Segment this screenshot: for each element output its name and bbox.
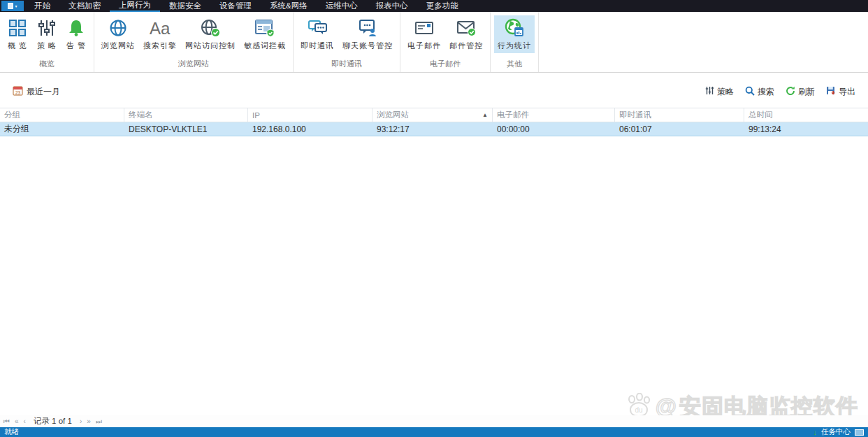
chat-user-icon	[357, 18, 378, 38]
export-icon	[826, 86, 836, 98]
browse-websites-label: 浏览网站	[101, 41, 135, 51]
tab-data-security[interactable]: 数据安全	[160, 0, 210, 12]
date-range-selector[interactable]: 23 最近一月	[13, 85, 60, 98]
prev-page-button[interactable]: ‹	[24, 418, 26, 425]
policy-sliders-icon	[37, 18, 57, 38]
tab-more-functions[interactable]: 更多功能	[417, 0, 468, 12]
ribbon: 概 览 策 略 告 警 概览	[0, 12, 868, 73]
search-action-label: 搜索	[758, 86, 774, 98]
export-action-button[interactable]: 导出	[826, 86, 855, 98]
search-engine-button[interactable]: Aa 搜索引擎	[140, 15, 180, 53]
cell-email-time: 00:00:00	[493, 122, 615, 136]
svg-text:Aa: Aa	[150, 19, 171, 38]
cell-total-time: 99:13:24	[744, 122, 868, 136]
globe-icon	[108, 18, 128, 38]
policy-button[interactable]: 策 略	[33, 15, 61, 53]
search-icon	[745, 86, 755, 98]
cell-web-time: 93:12:17	[372, 122, 493, 136]
app-window: ▾ 开始 文档加密 上网行为 数据安全 设备管理 系统&网络 运维中心 报表中心…	[0, 0, 868, 437]
sort-asc-icon: ▲	[482, 112, 488, 118]
chat-bubbles-icon	[307, 18, 328, 38]
search-engine-label: 搜索引擎	[143, 41, 177, 51]
calendar-icon: 23	[13, 85, 23, 98]
cell-ip: 192.168.0.100	[248, 122, 372, 136]
email-control-button[interactable]: 邮件管控	[446, 15, 486, 53]
app-menu-button[interactable]: ▾	[1, 1, 24, 11]
chat-account-control-button[interactable]: 聊天账号管控	[339, 15, 396, 53]
export-action-label: 导出	[839, 86, 855, 98]
globe-stats-icon	[504, 18, 525, 38]
column-header-terminal[interactable]: 终端名	[124, 108, 248, 122]
search-engine-aa-icon: Aa	[148, 18, 172, 38]
alert-button[interactable]: 告 警	[62, 15, 90, 53]
overview-button-label: 概 览	[8, 41, 27, 51]
refresh-action-label: 刷新	[798, 86, 815, 98]
column-header-im[interactable]: 即时通讯	[615, 108, 744, 122]
cell-im-time: 06:01:07	[615, 122, 744, 136]
task-center-button[interactable]: 任务中心	[821, 427, 851, 437]
email-button[interactable]: 电子邮件	[404, 15, 444, 53]
toolbar-actions: 策略 搜索 刷新 导出	[705, 86, 855, 98]
tab-ops-center[interactable]: 运维中心	[317, 0, 367, 12]
filter-bar: 23 最近一月 策略 搜索 刷新	[0, 81, 868, 102]
envelope-check-icon	[456, 18, 477, 38]
overview-button[interactable]: 概 览	[3, 15, 31, 53]
policy-action-label: 策略	[717, 86, 734, 98]
menu-bar: ▾ 开始 文档加密 上网行为 数据安全 设备管理 系统&网络 运维中心 报表中心…	[0, 0, 868, 12]
tab-report-center[interactable]: 报表中心	[367, 0, 417, 12]
first-page-button[interactable]: ⏮	[3, 418, 10, 425]
instant-messaging-button[interactable]: 即时通讯	[297, 15, 338, 53]
policy-button-label: 策 略	[37, 41, 57, 51]
refresh-action-button[interactable]: 刷新	[786, 86, 815, 98]
alert-bell-icon	[66, 18, 86, 38]
website-access-control-button[interactable]: 网站访问控制	[182, 15, 239, 53]
next-page-button[interactable]: ›	[80, 418, 82, 425]
cell-group: 未分组	[0, 122, 124, 136]
search-action-button[interactable]: 搜索	[745, 86, 774, 98]
tab-doc-encryption[interactable]: 文档加密	[59, 0, 110, 12]
record-count-label: 记录 1 of 1	[34, 416, 72, 427]
tab-device-management[interactable]: 设备管理	[210, 0, 261, 12]
column-header-ip[interactable]: IP	[248, 108, 372, 122]
ribbon-group-label-email: 电子邮件	[400, 57, 490, 72]
tab-system-network[interactable]: 系统&网络	[261, 0, 317, 12]
monitor-icon[interactable]	[855, 429, 864, 436]
ribbon-group-instant-messaging: 即时通讯 聊天账号管控 即时通讯	[294, 12, 400, 72]
sensitive-word-block-button[interactable]: 敏感词拦截	[240, 15, 289, 53]
cell-terminal: DESKTOP-VLKTLE1	[124, 122, 248, 136]
svg-text:23: 23	[15, 90, 21, 95]
statistics-table: 分组 终端名 IP 浏览网站▲ 电子邮件 即时通讯 总时间 未分组 DESKTO…	[0, 108, 868, 136]
status-bar: 就绪 ↓ 任务中心	[0, 427, 868, 437]
sensitive-word-block-label: 敏感词拦截	[244, 41, 286, 51]
policy-action-button[interactable]: 策略	[705, 86, 734, 98]
ribbon-group-overview: 概 览 策 略 告 警 概览	[0, 12, 94, 72]
alert-button-label: 告 警	[66, 41, 86, 51]
fast-next-page-button[interactable]: »	[87, 418, 91, 425]
ribbon-group-label-overview: 概览	[0, 57, 94, 72]
tab-internet-behavior[interactable]: 上网行为	[110, 0, 160, 12]
tab-start[interactable]: 开始	[25, 0, 59, 12]
column-header-email[interactable]: 电子邮件	[493, 108, 615, 122]
globe-check-icon	[200, 18, 221, 38]
fast-prev-page-button[interactable]: «	[15, 418, 19, 425]
column-header-group[interactable]: 分组	[0, 108, 124, 122]
overview-grid-icon	[8, 18, 27, 38]
chevron-down-icon: ▾	[15, 4, 17, 8]
ribbon-group-label-other: 其他	[491, 57, 538, 72]
sliders-icon	[705, 86, 714, 97]
menu-tabs: 开始 文档加密 上网行为 数据安全 设备管理 系统&网络 运维中心 报表中心 更…	[25, 0, 468, 12]
column-header-web[interactable]: 浏览网站▲	[372, 108, 493, 122]
download-arrow-icon: ↓	[813, 429, 818, 436]
behavior-statistics-button[interactable]: 行为统计	[494, 15, 535, 53]
column-header-total[interactable]: 总时间	[744, 108, 868, 122]
chat-account-control-label: 聊天账号管控	[342, 41, 393, 51]
last-page-button[interactable]: ⏭	[96, 418, 102, 425]
svg-text:du: du	[635, 406, 642, 414]
table-row[interactable]: 未分组 DESKTOP-VLKTLE1 192.168.0.100 93:12:…	[0, 122, 868, 136]
behavior-statistics-label: 行为统计	[498, 41, 531, 51]
table-header: 分组 终端名 IP 浏览网站▲ 电子邮件 即时通讯 总时间	[0, 108, 868, 122]
ribbon-group-label-web-browsing: 浏览网站	[94, 57, 293, 72]
window-shield-check-icon	[254, 18, 275, 38]
browse-websites-button[interactable]: 浏览网站	[98, 15, 138, 53]
pagination-bar: ⏮ « ‹ 记录 1 of 1 › » ⏭	[0, 415, 868, 427]
